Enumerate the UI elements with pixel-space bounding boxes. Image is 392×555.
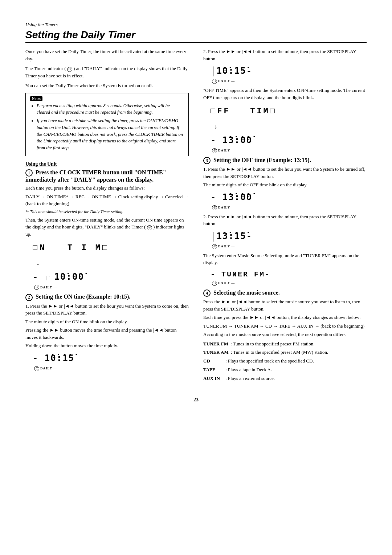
step3-caption2: The System enter Music Source Selecting … <box>203 252 367 266</box>
step2b-caption: "OFF TIME" appears and then the System e… <box>203 87 367 101</box>
left-column: Once you have set the Daily Timer, the t… <box>25 48 189 386</box>
daily-indicator-7: ☉ DAILY — <box>212 281 234 286</box>
disp-step3-val: - 1̇3̇:̇0̇0̇ <box>211 191 252 204</box>
display-13-00: - 1̇3̇:̇0̇0̇ ☉ DAILY — <box>211 134 367 153</box>
notes-box: Notes Perform each setting within approx… <box>25 93 189 156</box>
step-3-num: 3 <box>203 157 211 164</box>
step-2-header: Setting the ON time (Example: 10:15). <box>36 293 130 300</box>
disp-13-00-val: - 1̇3̇:̇0̇0̇ <box>211 134 252 147</box>
two-column-layout: Once you have set the Daily Timer, the t… <box>25 48 367 386</box>
display-10-15: │1̇0̇:̇1̇5̇- ☉ DAILY — <box>211 65 367 84</box>
notes-title: Notes <box>30 96 184 101</box>
display-13-15: │1̇3̇:̇1̇5̇- ☉ DAILY — <box>211 230 367 249</box>
step3-sub1: 1. Press the ►► or |◄◄ button to set the… <box>203 166 367 180</box>
tuner-fm-text: - TUNER FM- <box>211 269 270 280</box>
source-aux-in: AUX IN : Plays an external source. <box>203 375 367 382</box>
step4-note: According to the music source you have s… <box>203 331 367 338</box>
step-3-label: 3 Setting the OFF time (Example: 13:15). <box>203 157 367 164</box>
step-3-body: 1. Press the ►► or |◄◄ button to set the… <box>203 166 367 286</box>
step-4-num: 4 <box>203 289 211 297</box>
section-title: Setting the Daily Timer <box>25 29 367 43</box>
step1-body1: Each time you press the button, the disp… <box>25 185 189 192</box>
notes-icon: Notes <box>30 96 42 101</box>
intro-p2: The Timer indicator ( ☉ ) and "DAILY" in… <box>25 65 189 79</box>
step2-sub3: Pressing the ►► button moves the time fo… <box>25 327 189 341</box>
display-tuner-fm: - TUNER FM- ☉ DAILY — <box>211 269 367 286</box>
display-step3-13-00: - 1̇3̇:̇0̇0̇ ☉ DAILY — <box>211 191 367 210</box>
step4-flow: TUNER FM → TUNER AM → CD → TAPE → AUX IN… <box>203 323 367 330</box>
step1-body2: Then, the System enters ON-time setting … <box>25 216 189 238</box>
source-list: TUNER FM : Tunes in to the specified pre… <box>203 340 367 382</box>
step2-disp: - 1̇0̇:̇1̇5̇ <box>33 352 74 365</box>
step4-body2: Each time you press the ►► or |◄◄ button… <box>203 314 367 321</box>
right-column: 2. Press the ►► or |◄◄ button to set the… <box>203 48 367 386</box>
daily-indicator-4: ☉ DAILY — <box>212 148 234 153</box>
intro-p3: You can set the Daily Timer whether the … <box>25 82 189 89</box>
source-tuner-fm: TUNER FM : Tunes in to the specified pre… <box>203 340 367 348</box>
source-cd: CD : Plays the specified track on the sp… <box>203 357 367 365</box>
note-2: If you have made a mistake while setting… <box>37 117 184 151</box>
step-2b: 2. Press the ►► or |◄◄ button to set the… <box>203 48 367 153</box>
step-4-body: Press the ►► or |◄◄ button to select the… <box>203 298 367 382</box>
source-tape: TAPE : Plays a tape in Deck A. <box>203 366 367 374</box>
step-2b-body: 2. Press the ►► or |◄◄ button to set the… <box>203 48 367 153</box>
step-3: 3 Setting the OFF time (Example: 13:15).… <box>203 157 367 286</box>
daily-indicator-6: ☉ DAILY — <box>212 244 234 249</box>
display-off-time-text: □FF TIM□ <box>211 104 367 119</box>
using-unit-label: Using the Unit <box>25 161 189 167</box>
step-3-header: Setting the OFF time (Example: 13:15). <box>213 157 311 163</box>
step-1-num: 1 <box>25 169 33 177</box>
step-4-header: Selecting the music source. <box>213 289 280 296</box>
display-on-time: □N T I M□ <box>33 240 189 255</box>
daily-indicator-3: ☉ DAILY — <box>212 79 234 84</box>
section-label: Using the Timers <box>25 22 367 28</box>
step-2: 2 Setting the ON time (Example: 10:15). … <box>25 293 189 371</box>
step2-sub4: Holding down the button moves the time r… <box>25 342 189 349</box>
source-tuner-am: TUNER AM : Tunes in to the specified pre… <box>203 349 367 356</box>
step-1-body: Each time you press the button, the disp… <box>25 185 189 290</box>
disp-13-15-val: │1̇3̇:̇1̇5̇- <box>211 230 252 243</box>
step-2-body: 1. Press the ►► or |◄◄ button to set the… <box>25 303 189 371</box>
display-on-time-value: - ❘̇̇ 1̇0̇:̇0̇0̇ ☉ DAILY — <box>33 271 189 290</box>
step-1-header: Press the CLOCK TIMER button until "ON T… <box>25 169 166 183</box>
page-number: 23 <box>25 397 367 403</box>
notes-list: Perform each setting within approx. 8 se… <box>30 102 184 151</box>
step3-sub3: 2. Press the ►► or |◄◄ button to set the… <box>203 213 367 227</box>
display-step2-val: - 1̇0̇:̇1̇5̇ ☉ DAILY — <box>33 352 189 371</box>
daily-indicator-1: ☉ DAILY — <box>34 285 57 290</box>
page: Using the Timers Setting the Daily Timer… <box>25 22 367 403</box>
step-4: 4 Selecting the music source. Press the … <box>203 289 367 382</box>
disp-10-15-val: │1̇0̇:̇1̇5̇- <box>211 65 252 78</box>
step-2-num: 2 <box>25 294 33 301</box>
step-4-label: 4 Selecting the music source. <box>203 289 367 297</box>
step2-sub1: 1. Press the ►► or |◄◄ button to set the… <box>25 303 189 317</box>
step-1-label: 1 Press the CLOCK TIMER button until "ON… <box>25 169 189 183</box>
daily-indicator-2: ☉ DAILY — <box>34 366 57 371</box>
lcd-on-time-text: □N T I M□ <box>33 240 109 255</box>
step-2-label: 2 Setting the ON time (Example: 10:15). <box>25 293 189 301</box>
intro-p1: Once you have set the Daily Timer, the t… <box>25 48 189 62</box>
step1-flow: DAILY → ON TIME* → REC → ON TIME → Clock… <box>25 193 189 207</box>
lcd-off-time-text: □FF TIM□ <box>211 104 277 119</box>
step2-sub2: The minute digits of the ON time blink o… <box>25 318 189 325</box>
daily-indicator-5: ☉ DAILY — <box>212 205 234 210</box>
step4-body1: Press the ►► or |◄◄ button to select the… <box>203 298 367 312</box>
step1-note: *: This item should be selected for the … <box>25 209 189 215</box>
note-1: Perform each setting within approx. 8 se… <box>37 102 184 116</box>
step2b-sub1: 2. Press the ►► or |◄◄ button to set the… <box>203 48 367 62</box>
on-time-val: - ❘̇̇ 1̇0̇:̇0̇0̇ <box>33 271 84 284</box>
step-1: 1 Press the CLOCK TIMER button until "ON… <box>25 169 189 290</box>
step3-sub2: The minute digits of the OFF time blink … <box>203 181 367 189</box>
